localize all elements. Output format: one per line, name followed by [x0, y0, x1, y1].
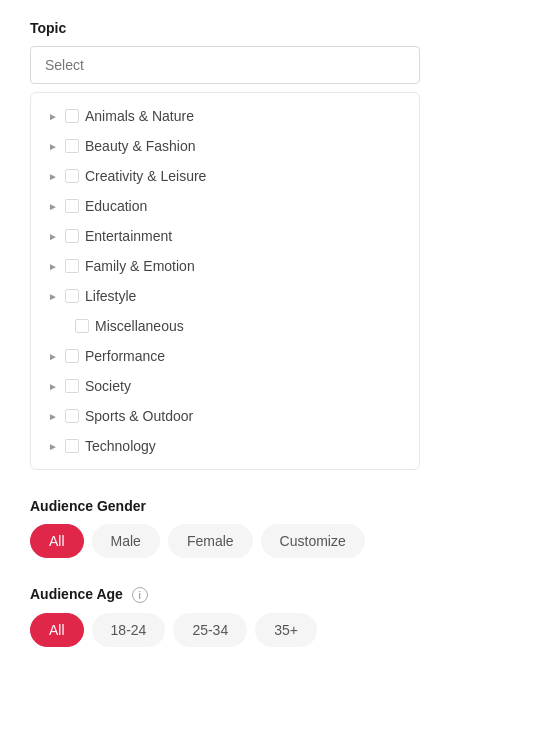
chevron-right-icon: ►: [47, 440, 59, 452]
chevron-right-icon: ►: [47, 260, 59, 272]
age-pill-35plus[interactable]: 35+: [255, 613, 317, 647]
item-label-technology: Technology: [85, 438, 156, 454]
item-label-beauty-fashion: Beauty & Fashion: [85, 138, 196, 154]
item-label-performance: Performance: [85, 348, 165, 364]
topic-select-input[interactable]: [30, 46, 420, 84]
topic-item-education[interactable]: ►Education: [31, 191, 419, 221]
topic-item-society[interactable]: ►Society: [31, 371, 419, 401]
age-pill-25-34[interactable]: 25-34: [173, 613, 247, 647]
topic-item-performance[interactable]: ►Performance: [31, 341, 419, 371]
chevron-right-icon: ►: [47, 350, 59, 362]
topic-label: Topic: [30, 20, 515, 36]
checkbox-family-emotion[interactable]: [65, 259, 79, 273]
audience-age-section: Audience Age i All18-2425-3435+: [30, 586, 515, 647]
topic-item-miscellaneous[interactable]: Miscellaneous: [31, 311, 419, 341]
item-label-creativity-leisure: Creativity & Leisure: [85, 168, 206, 184]
age-pill-18-24[interactable]: 18-24: [92, 613, 166, 647]
topic-dropdown: ►Animals & Nature►Beauty & Fashion►Creat…: [30, 92, 420, 470]
chevron-right-icon: ►: [47, 200, 59, 212]
checkbox-performance[interactable]: [65, 349, 79, 363]
item-label-miscellaneous: Miscellaneous: [95, 318, 184, 334]
checkbox-beauty-fashion[interactable]: [65, 139, 79, 153]
item-label-lifestyle: Lifestyle: [85, 288, 136, 304]
item-label-entertainment: Entertainment: [85, 228, 172, 244]
chevron-right-icon: ►: [47, 230, 59, 242]
topic-item-beauty-fashion[interactable]: ►Beauty & Fashion: [31, 131, 419, 161]
checkbox-miscellaneous[interactable]: [75, 319, 89, 333]
checkbox-creativity-leisure[interactable]: [65, 169, 79, 183]
item-label-animals-nature: Animals & Nature: [85, 108, 194, 124]
chevron-right-icon: ►: [47, 110, 59, 122]
topic-item-technology[interactable]: ►Technology: [31, 431, 419, 461]
audience-age-label: Audience Age i: [30, 586, 515, 603]
audience-age-pills: All18-2425-3435+: [30, 613, 515, 647]
item-label-sports-outdoor: Sports & Outdoor: [85, 408, 193, 424]
gender-pill-all[interactable]: All: [30, 524, 84, 558]
topic-item-creativity-leisure[interactable]: ►Creativity & Leisure: [31, 161, 419, 191]
chevron-right-icon: ►: [47, 410, 59, 422]
audience-age-info-icon: i: [132, 587, 148, 603]
age-pill-all[interactable]: All: [30, 613, 84, 647]
checkbox-animals-nature[interactable]: [65, 109, 79, 123]
checkbox-technology[interactable]: [65, 439, 79, 453]
audience-gender-pills: AllMaleFemaleCustomize: [30, 524, 515, 558]
item-label-society: Society: [85, 378, 131, 394]
checkbox-sports-outdoor[interactable]: [65, 409, 79, 423]
chevron-right-icon: ►: [47, 170, 59, 182]
topic-item-family-emotion[interactable]: ►Family & Emotion: [31, 251, 419, 281]
gender-pill-female[interactable]: Female: [168, 524, 253, 558]
checkbox-lifestyle[interactable]: [65, 289, 79, 303]
item-label-family-emotion: Family & Emotion: [85, 258, 195, 274]
topic-section: Topic ►Animals & Nature►Beauty & Fashion…: [30, 20, 515, 470]
gender-pill-male[interactable]: Male: [92, 524, 160, 558]
checkbox-entertainment[interactable]: [65, 229, 79, 243]
gender-pill-customize[interactable]: Customize: [261, 524, 365, 558]
checkbox-education[interactable]: [65, 199, 79, 213]
topic-item-lifestyle[interactable]: ►Lifestyle: [31, 281, 419, 311]
chevron-right-icon: ►: [47, 140, 59, 152]
topic-item-sports-outdoor[interactable]: ►Sports & Outdoor: [31, 401, 419, 431]
audience-gender-label: Audience Gender: [30, 498, 515, 514]
chevron-right-icon: ►: [47, 290, 59, 302]
audience-gender-section: Audience Gender AllMaleFemaleCustomize: [30, 498, 515, 558]
topic-item-animals-nature[interactable]: ►Animals & Nature: [31, 101, 419, 131]
chevron-right-icon: ►: [47, 380, 59, 392]
item-label-education: Education: [85, 198, 147, 214]
checkbox-society[interactable]: [65, 379, 79, 393]
topic-item-entertainment[interactable]: ►Entertainment: [31, 221, 419, 251]
